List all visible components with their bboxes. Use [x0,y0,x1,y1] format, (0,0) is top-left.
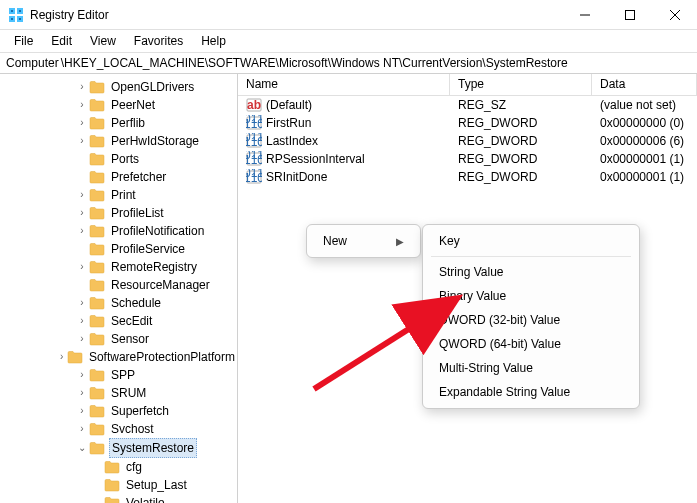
col-data-header[interactable]: Data [592,74,697,95]
ctx-new[interactable]: New ▶ [307,229,420,253]
svg-text:110: 110 [246,153,262,167]
menu-file[interactable]: File [6,32,41,50]
tree-item-label: ProfileNotification [109,222,206,240]
window-title: Registry Editor [30,8,562,22]
ctx-qword[interactable]: QWORD (64-bit) Value [423,332,639,356]
folder-icon [89,170,105,184]
close-button[interactable] [652,0,697,30]
tree-panel[interactable]: ›OpenGLDrivers›PeerNet›Perflib›PerHwIdSt… [0,74,238,503]
values-header[interactable]: Name Type Data [238,74,697,96]
value-row[interactable]: 011110FirstRunREG_DWORD0x00000000 (0) [238,114,697,132]
expand-icon[interactable]: › [75,420,89,438]
expand-icon[interactable]: › [56,348,67,366]
col-name-header[interactable]: Name [238,74,450,95]
expand-icon[interactable]: › [75,384,89,402]
tree-item-label: PerHwIdStorage [109,132,201,150]
tree-item[interactable]: ›Ports [0,150,237,168]
folder-icon [89,224,105,238]
folder-icon [89,296,105,310]
tree-item[interactable]: ›Prefetcher [0,168,237,186]
tree-item[interactable]: ›SoftwareProtectionPlatform [0,348,237,366]
folder-icon [89,422,105,436]
tree-item[interactable]: ›Volatile [0,494,237,503]
ctx-dword[interactable]: DWORD (32-bit) Value [423,308,639,332]
value-row[interactable]: ab(Default)REG_SZ(value not set) [238,96,697,114]
expand-icon[interactable]: › [75,78,89,96]
tree-item[interactable]: ›Svchost [0,420,237,438]
titlebar: Registry Editor [0,0,697,30]
tree-item-label: Setup_Last [124,476,189,494]
value-name: RPSessionInterval [266,152,365,166]
ctx-expand[interactable]: Expandable String Value [423,380,639,404]
value-name: LastIndex [266,134,318,148]
expand-icon[interactable]: › [75,258,89,276]
expand-icon[interactable]: › [75,312,89,330]
tree-item-label: SRUM [109,384,148,402]
tree-item[interactable]: ›PeerNet [0,96,237,114]
tree-item[interactable]: ›Setup_Last [0,476,237,494]
value-row[interactable]: 011110LastIndexREG_DWORD0x00000006 (6) [238,132,697,150]
tree-item[interactable]: ›Schedule [0,294,237,312]
tree-item[interactable]: ›SPP [0,366,237,384]
ctx-string[interactable]: String Value [423,260,639,284]
binary-value-icon: 011110 [246,115,262,131]
folder-icon [89,314,105,328]
tree-item-label: cfg [124,458,144,476]
col-type-header[interactable]: Type [450,74,592,95]
expand-icon[interactable]: › [75,114,89,132]
folder-icon [104,460,120,474]
tree-item-label: Volatile [124,494,167,503]
tree-item[interactable]: ›SecEdit [0,312,237,330]
collapse-icon[interactable]: ⌄ [75,439,89,457]
tree-item[interactable]: ›Superfetch [0,402,237,420]
tree-item[interactable]: ›Sensor [0,330,237,348]
value-type: REG_DWORD [450,152,592,166]
ctx-binary[interactable]: Binary Value [423,284,639,308]
expand-icon[interactable]: › [75,366,89,384]
tree-item[interactable]: ›ResourceManager [0,276,237,294]
ctx-multi[interactable]: Multi-String Value [423,356,639,380]
folder-icon [89,134,105,148]
tree-item[interactable]: ›Print [0,186,237,204]
tree-item[interactable]: ›cfg [0,458,237,476]
expand-icon[interactable]: › [75,204,89,222]
tree-item[interactable]: ›SRUM [0,384,237,402]
menu-help[interactable]: Help [193,32,234,50]
folder-icon [104,478,120,492]
value-type: REG_DWORD [450,134,592,148]
tree-item[interactable]: ›RemoteRegistry [0,258,237,276]
value-type: REG_DWORD [450,116,592,130]
tree-item[interactable]: ›ProfileList [0,204,237,222]
tree-item[interactable]: ›Perflib [0,114,237,132]
expand-icon[interactable]: › [75,330,89,348]
expand-icon[interactable]: › [75,402,89,420]
address-bar[interactable]: Computer \HKEY_LOCAL_MACHINE\SOFTWARE\Mi… [0,52,697,74]
maximize-button[interactable] [607,0,652,30]
expand-icon[interactable]: › [75,294,89,312]
minimize-button[interactable] [562,0,607,30]
ctx-key[interactable]: Key [423,229,639,253]
tree-item[interactable]: ›ProfileService [0,240,237,258]
menu-edit[interactable]: Edit [43,32,80,50]
svg-text:ab: ab [247,98,261,112]
tree-item-label: Sensor [109,330,151,348]
values-panel[interactable]: Name Type Data ab(Default)REG_SZ(value n… [238,74,697,503]
tree-item[interactable]: ›ProfileNotification [0,222,237,240]
menu-view[interactable]: View [82,32,124,50]
tree-item[interactable]: ›PerHwIdStorage [0,132,237,150]
menubar: File Edit View Favorites Help [0,30,697,52]
expand-icon[interactable]: › [75,222,89,240]
tree-item-label: SecEdit [109,312,154,330]
tree-item[interactable]: ⌄SystemRestore [0,438,237,458]
value-data: 0x00000006 (6) [592,134,697,148]
context-menu: New ▶ [306,224,421,258]
expand-icon[interactable]: › [75,186,89,204]
value-row[interactable]: 011110SRInitDoneREG_DWORD0x00000001 (1) [238,168,697,186]
tree-item[interactable]: ›OpenGLDrivers [0,78,237,96]
value-row[interactable]: 011110RPSessionIntervalREG_DWORD0x000000… [238,150,697,168]
svg-rect-7 [19,18,21,20]
expand-icon[interactable]: › [75,132,89,150]
expand-icon[interactable]: › [75,96,89,114]
tree-item-label: Schedule [109,294,163,312]
menu-favorites[interactable]: Favorites [126,32,191,50]
